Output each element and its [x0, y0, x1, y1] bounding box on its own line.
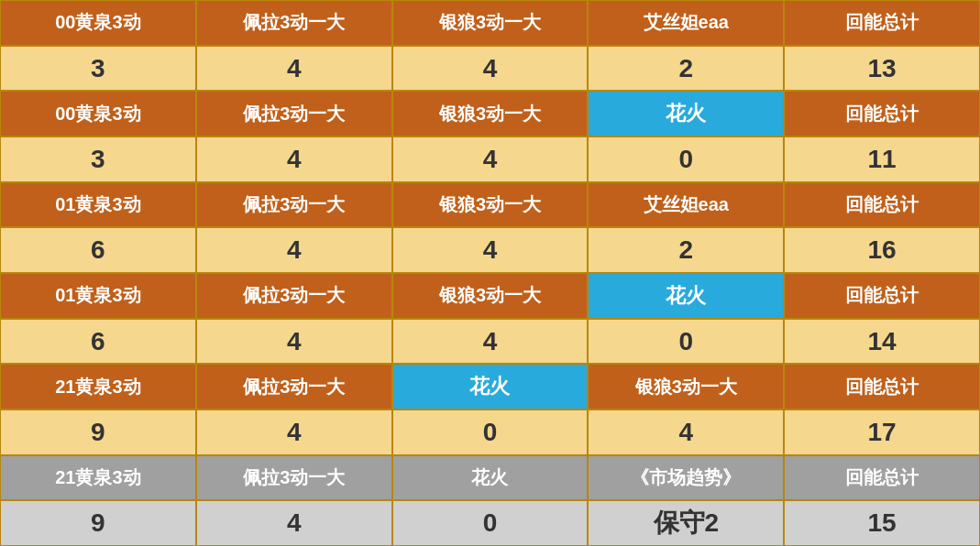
- table-cell: 银狼3动一大: [392, 0, 589, 46]
- table-cell: 回能总计: [784, 455, 980, 501]
- table-row: 01黄泉3动佩拉3动一大银狼3动一大花火回能总计: [0, 273, 980, 319]
- table-cell: 14: [784, 319, 980, 365]
- table-cell: 佩拉3动一大: [196, 455, 392, 501]
- table-row: 21黄泉3动佩拉3动一大花火《市场趋势》回能总计: [0, 455, 980, 501]
- table-cell: 佩拉3动一大: [196, 364, 392, 410]
- table-cell: 4: [392, 46, 589, 92]
- table-row: 00黄泉3动佩拉3动一大银狼3动一大花火回能总计: [0, 91, 980, 136]
- table-cell: 花火: [588, 273, 784, 319]
- table-row: 21黄泉3动佩拉3动一大花火银狼3动一大回能总计: [0, 364, 980, 410]
- table-cell: 回能总计: [784, 0, 980, 46]
- table-cell: 艾丝妲eaa: [588, 0, 784, 46]
- table-cell: 佩拉3动一大: [196, 273, 392, 319]
- table-cell: 《市场趋势》: [588, 455, 784, 501]
- table-cell: 回能总计: [784, 91, 980, 136]
- table-cell: 佩拉3动一大: [196, 182, 392, 228]
- table-cell: 3: [0, 46, 196, 92]
- table-row: 940保守215: [0, 500, 980, 546]
- table-cell: 0: [392, 410, 589, 455]
- table-cell: 01黄泉3动: [0, 182, 196, 228]
- table-cell: 21黄泉3动: [0, 455, 196, 501]
- table-cell: 佩拉3动一大: [196, 0, 392, 46]
- table-cell: 银狼3动一大: [588, 364, 784, 410]
- table-cell: 4: [392, 319, 589, 365]
- table-cell: 银狼3动一大: [392, 182, 589, 228]
- table-cell: 11: [784, 136, 980, 182]
- main-table: 00黄泉3动佩拉3动一大银狼3动一大艾丝妲eaa回能总计34421300黄泉3动…: [0, 0, 980, 546]
- table-row: 344213: [0, 46, 980, 92]
- table-cell: 13: [784, 46, 980, 92]
- table-cell: 4: [588, 410, 784, 455]
- table-row: 644014: [0, 319, 980, 365]
- table-cell: 15: [784, 500, 980, 546]
- table-cell: 00黄泉3动: [0, 0, 196, 46]
- table-cell: 0: [392, 500, 589, 546]
- table-cell: 回能总计: [784, 182, 980, 228]
- table-cell: 回能总计: [784, 273, 980, 319]
- table-cell: 4: [196, 136, 392, 182]
- table-cell: 3: [0, 136, 196, 182]
- table-row: 940417: [0, 410, 980, 455]
- table-cell: 银狼3动一大: [392, 273, 589, 319]
- table-cell: 花火: [392, 364, 589, 410]
- table-cell: 2: [588, 46, 784, 92]
- table-cell: 4: [196, 319, 392, 365]
- table-cell: 17: [784, 410, 980, 455]
- table-cell: 花火: [392, 455, 589, 501]
- table-cell: 花火: [588, 91, 784, 136]
- table-cell: 4: [196, 46, 392, 92]
- table-cell: 9: [0, 500, 196, 546]
- table-cell: 4: [392, 136, 589, 182]
- table-cell: 16: [784, 227, 980, 273]
- table-cell: 保守2: [588, 500, 784, 546]
- table-cell: 4: [392, 227, 589, 273]
- table-cell: 4: [196, 500, 392, 546]
- table-cell: 21黄泉3动: [0, 364, 196, 410]
- table-cell: 回能总计: [784, 364, 980, 410]
- table-cell: 9: [0, 410, 196, 455]
- table-cell: 0: [588, 319, 784, 365]
- table-cell: 00黄泉3动: [0, 91, 196, 136]
- table-row: 01黄泉3动佩拉3动一大银狼3动一大艾丝妲eaa回能总计: [0, 182, 980, 228]
- table-cell: 佩拉3动一大: [196, 91, 392, 136]
- table-cell: 6: [0, 227, 196, 273]
- table-cell: 4: [196, 227, 392, 273]
- table-cell: 0: [588, 136, 784, 182]
- table-cell: 6: [0, 319, 196, 365]
- table-cell: 01黄泉3动: [0, 273, 196, 319]
- table-cell: 银狼3动一大: [392, 91, 589, 136]
- table-row: 344011: [0, 136, 980, 182]
- table-cell: 艾丝妲eaa: [588, 182, 784, 228]
- table-cell: 4: [196, 410, 392, 455]
- table-cell: 2: [588, 227, 784, 273]
- table-row: 00黄泉3动佩拉3动一大银狼3动一大艾丝妲eaa回能总计: [0, 0, 980, 46]
- table-row: 644216: [0, 227, 980, 273]
